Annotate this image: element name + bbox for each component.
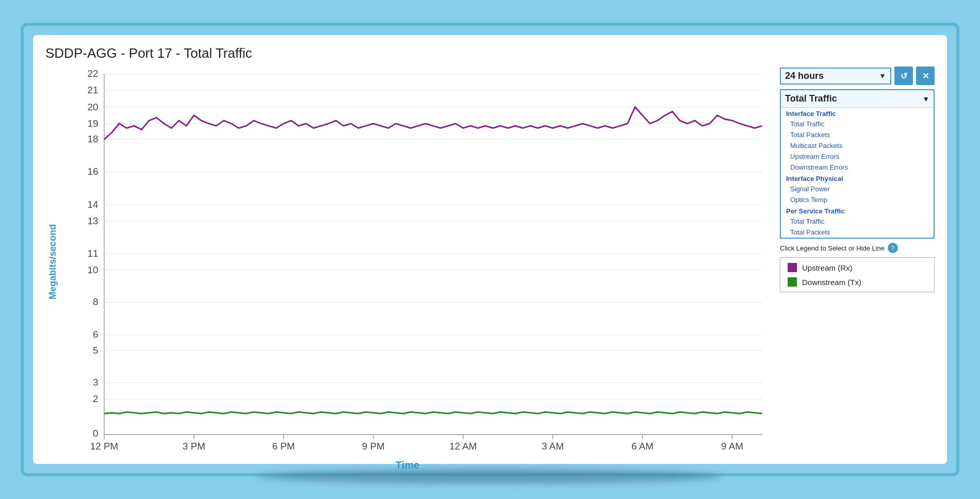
- close-button[interactable]: ✕: [916, 66, 935, 85]
- svg-text:6 AM: 6 AM: [631, 441, 654, 452]
- chart-svg: .grid-line { stroke: #e0e0e0; stroke-wid…: [59, 66, 770, 457]
- legend-hint-row: Click Legend to Select or Hide Line ?: [780, 243, 935, 253]
- metric-select-value: Total Traffic: [785, 93, 837, 104]
- downstream-line: [104, 412, 762, 413]
- inner-card: SDDP-AGG - Port 17 - Total Traffic Megab…: [33, 35, 947, 464]
- svg-rect-49: [788, 263, 797, 272]
- legend-item-downstream[interactable]: Downstream (Tx): [788, 277, 927, 287]
- svg-text:16: 16: [87, 166, 98, 177]
- refresh-button[interactable]: ↺: [894, 66, 913, 85]
- chart-svg-area: .grid-line { stroke: #e0e0e0; stroke-wid…: [59, 66, 770, 457]
- metric-select-arrow: ▼: [922, 95, 929, 103]
- dropdown-item-total-packets[interactable]: Total Packets: [781, 129, 934, 140]
- right-panel: 24 hours ▼ ↺ ✕ Total Traffic ▼: [780, 66, 935, 471]
- svg-text:9 PM: 9 PM: [362, 441, 385, 452]
- svg-text:8: 8: [93, 296, 98, 307]
- time-select-value: 24 hours: [785, 71, 824, 81]
- controls-row: 24 hours ▼ ↺ ✕: [780, 66, 935, 85]
- dropdown-item-optics-temp[interactable]: Optics Temp: [781, 194, 934, 205]
- svg-rect-50: [788, 277, 797, 287]
- upstream-line: [104, 107, 762, 140]
- legend-label-downstream: Downstream (Tx): [802, 278, 861, 287]
- svg-text:12 AM: 12 AM: [449, 441, 477, 452]
- svg-text:12 PM: 12 PM: [90, 441, 118, 452]
- dropdown-item-downstream-errors[interactable]: Downstream Errors: [781, 162, 934, 173]
- chart-inner: .grid-line { stroke: #e0e0e0; stroke-wid…: [59, 66, 770, 457]
- svg-text:3 PM: 3 PM: [183, 441, 205, 452]
- metric-select-header[interactable]: Total Traffic ▼: [781, 90, 934, 107]
- svg-text:14: 14: [87, 199, 98, 210]
- svg-text:18: 18: [87, 134, 98, 144]
- info-icon: ?: [891, 245, 894, 251]
- svg-text:21: 21: [87, 85, 98, 95]
- outer-frame: SDDP-AGG - Port 17 - Total Traffic Megab…: [21, 23, 959, 476]
- main-content: Megabits/second .grid-line { stroke: #e0…: [45, 66, 935, 471]
- chart-area: Megabits/second .grid-line { stroke: #e0…: [45, 66, 770, 471]
- svg-text:3: 3: [93, 377, 98, 388]
- chart-title: SDDP-AGG - Port 17 - Total Traffic: [45, 45, 935, 61]
- svg-text:6 PM: 6 PM: [272, 441, 295, 452]
- svg-text:5: 5: [93, 345, 98, 356]
- dropdown-item-signal-power[interactable]: Signal Power: [781, 184, 934, 194]
- legend-item-upstream[interactable]: Upstream (Rx): [788, 263, 927, 272]
- svg-text:0: 0: [93, 428, 98, 439]
- dropdown-item-per-service-total-traffic[interactable]: Total Traffic: [781, 216, 934, 227]
- section-header-interface-traffic: Interface Traffic: [781, 108, 934, 119]
- close-icon: ✕: [922, 71, 929, 81]
- section-header-per-service-traffic: Per Service Traffic: [781, 205, 934, 216]
- svg-text:11: 11: [87, 248, 98, 259]
- legend-hint-text: Click Legend to Select or Hide Line: [780, 244, 885, 252]
- svg-text:2: 2: [93, 393, 98, 404]
- refresh-icon: ↺: [901, 71, 907, 81]
- svg-text:3 AM: 3 AM: [542, 441, 564, 452]
- svg-text:13: 13: [87, 215, 98, 226]
- section-header-interface-physical: Interface Physical: [781, 173, 934, 184]
- svg-text:6: 6: [93, 329, 98, 340]
- svg-text:20: 20: [87, 101, 98, 112]
- dropdown-item-multicast-packets[interactable]: Multicast Packets: [781, 140, 934, 151]
- dropdown-menu: Interface Traffic Total Traffic Total Pa…: [781, 107, 934, 238]
- legend-color-upstream: [788, 263, 797, 272]
- x-axis-title: Time: [45, 459, 770, 471]
- svg-text:22: 22: [87, 68, 98, 79]
- legend-box: Upstream (Rx) Downstream (Tx): [780, 257, 935, 292]
- y-axis-label: Megabits/second: [45, 66, 58, 457]
- legend-label-upstream: Upstream (Rx): [802, 263, 853, 272]
- svg-text:10: 10: [87, 264, 98, 275]
- dropdown-item-total-traffic[interactable]: Total Traffic: [781, 119, 934, 129]
- time-select-arrow: ▼: [879, 72, 886, 80]
- dropdown-item-upstream-errors[interactable]: Upstream Errors: [781, 151, 934, 162]
- dropdown-item-per-service-total-packets[interactable]: Total Packets: [781, 227, 934, 238]
- chart-wrapper: Megabits/second .grid-line { stroke: #e0…: [45, 66, 770, 457]
- legend-hint-icon: ?: [888, 243, 898, 253]
- svg-text:9 AM: 9 AM: [721, 441, 743, 452]
- legend-color-downstream: [788, 277, 797, 287]
- svg-text:19: 19: [87, 118, 98, 129]
- time-select-dropdown[interactable]: 24 hours ▼: [780, 68, 891, 85]
- metric-select-container: Total Traffic ▼ Interface Traffic Total …: [780, 89, 935, 239]
